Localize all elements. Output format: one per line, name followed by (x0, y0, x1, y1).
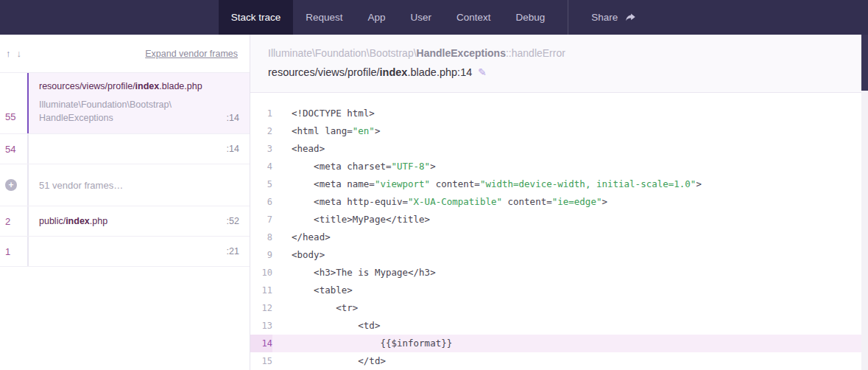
code-text: <meta http-equiv="X-UA-Compatible" conte… (272, 193, 607, 211)
frame-row-1[interactable]: 1 :21 (0, 237, 250, 267)
prev-frame-arrow-icon[interactable]: ↑ (3, 48, 14, 59)
code-line-8: 8</head> (250, 228, 868, 246)
frame-number: 54 (0, 134, 27, 164)
frame-file-suffix: .blade.php (159, 81, 202, 91)
tab-context[interactable]: Context (444, 0, 504, 35)
file-ext: .blade.php (407, 66, 457, 78)
share-icon (624, 12, 637, 23)
line-number: 7 (250, 211, 272, 228)
code-line-15: 15 </td> (250, 352, 868, 370)
code-text: </td> (272, 352, 386, 370)
code-line-9: 9<body> (250, 246, 868, 264)
code-text: <h3>The is Mypage</h3> (272, 264, 436, 282)
main-panel: Illuminate\Foundation\Bootstrap\HandleEx… (250, 35, 868, 370)
tab-request[interactable]: Request (293, 0, 355, 35)
frame-file-prefix: public/ (39, 216, 66, 226)
frame-line-number: :21 (227, 246, 239, 256)
code-text: <html lang="en"> (272, 122, 380, 140)
code-line-3: 3<head> (250, 140, 868, 158)
exception-method: ::handleError (506, 47, 565, 59)
code-line-1: 1<!DOCTYPE html> (250, 105, 868, 122)
frame-class-namespace: Illuminate\Foundation\Bootstrap\ (39, 98, 239, 111)
main-header: Illuminate\Foundation\Bootstrap\HandleEx… (250, 35, 868, 78)
frame-file-basename: index (135, 81, 160, 91)
frame-class: Illuminate\Foundation\Bootstrap\ HandleE… (39, 98, 239, 125)
code-line-4: 4 <meta charset="UTF-8"> (250, 158, 868, 175)
code-text: </head> (272, 228, 331, 246)
ignition-error-page: Stack trace Request App User Context Deb… (0, 0, 868, 370)
code-text: <tr> (272, 299, 358, 317)
code-line-7: 7 <title>MyPage</title> (250, 211, 868, 228)
frame-file-prefix: resources/views/profile/ (39, 81, 135, 91)
share-button[interactable]: Share (579, 0, 649, 35)
line-number: 14 (250, 335, 272, 352)
line-number: 8 (250, 228, 272, 246)
frame-body: :14 (27, 134, 250, 164)
expand-vendor-frames-link[interactable]: Expand vendor frames (145, 49, 238, 59)
frame-file-path: resources/views/profile/index.blade.php (39, 81, 239, 91)
tab-debug[interactable]: Debug (504, 0, 558, 35)
frame-body: resources/views/profile/index.blade.php … (27, 73, 250, 133)
edit-pencil-icon[interactable]: ✎ (478, 66, 487, 78)
code-text: <td> (272, 317, 380, 335)
nav-divider (568, 0, 568, 35)
code-line-10: 10 <h3>The is Mypage</h3> (250, 264, 868, 282)
code-viewer: 1<!DOCTYPE html>2<html lang="en">3<head>… (250, 92, 868, 370)
code-text: <!DOCTYPE html> (272, 105, 375, 122)
line-number: 2 (250, 122, 272, 140)
exception-namespace: Illuminate\Foundation\Bootstrap\ (268, 47, 417, 59)
code-text: <body> (272, 246, 325, 264)
expand-plus-icon[interactable]: + (5, 179, 17, 191)
line-number: 6 (250, 193, 272, 211)
code-line-6: 6 <meta http-equiv="X-UA-Compatible" con… (250, 193, 868, 211)
nav-tabs: Stack trace Request App User Context Deb… (219, 0, 650, 35)
tab-app[interactable]: App (355, 0, 398, 35)
line-number: 4 (250, 158, 272, 175)
code-line-5: 5 <meta name="viewport" content="width=d… (250, 175, 868, 193)
file-line-number: :14 (457, 66, 472, 78)
line-number: 3 (250, 140, 272, 158)
frame-line-number: :14 (227, 144, 239, 154)
code-text: <title>MyPage</title> (272, 211, 430, 228)
share-label: Share (591, 12, 618, 23)
code-text: <meta charset="UTF-8"> (272, 158, 436, 175)
next-frame-arrow-icon[interactable]: ↓ (14, 48, 25, 59)
exception-class-line: Illuminate\Foundation\Bootstrap\HandleEx… (268, 47, 850, 59)
code-text: <head> (272, 140, 325, 158)
file-dir: resources/views/profile/ (268, 66, 380, 78)
tab-user[interactable]: User (398, 0, 444, 35)
frame-number: + (0, 164, 27, 206)
frame-file-path: public/index.php (39, 216, 107, 226)
frame-class-name: HandleExceptions (39, 111, 113, 125)
vendor-frames-row[interactable]: + 51 vendor frames… (0, 164, 250, 206)
line-number: 1 (250, 105, 272, 122)
scrollbar-thumb[interactable] (861, 35, 868, 91)
scrollbar-track[interactable] (861, 35, 868, 370)
code-line-14: 14 {{$informat}} (250, 335, 868, 352)
file-basename: index (380, 66, 408, 78)
frame-row-2[interactable]: 2 public/index.php :52 (0, 206, 250, 237)
code-line-11: 11 <table> (250, 282, 868, 299)
frame-body: 51 vendor frames… (27, 164, 250, 206)
file-path-line: resources/views/profile/index.blade.php:… (268, 66, 850, 78)
line-number: 11 (250, 282, 272, 299)
tab-stack-trace[interactable]: Stack trace (219, 0, 294, 35)
line-number: 5 (250, 175, 272, 193)
stack-trace-sidebar: ↑ ↓ Expand vendor frames 55 resources/vi… (0, 35, 250, 370)
code-line-2: 2<html lang="en"> (250, 122, 868, 140)
exception-class-name: HandleExceptions (417, 47, 506, 59)
frame-row-55[interactable]: 55 resources/views/profile/index.blade.p… (0, 73, 250, 134)
frame-line-number: :14 (227, 111, 239, 125)
code-line-12: 12 <tr> (250, 299, 868, 317)
frames-list: 55 resources/views/profile/index.blade.p… (0, 73, 250, 267)
frame-file-basename: index (66, 216, 90, 226)
code-text: <table> (272, 282, 353, 299)
sidebar-header: ↑ ↓ Expand vendor frames (0, 35, 250, 73)
frame-number: 1 (0, 237, 27, 266)
frame-row-54[interactable]: 54 :14 (0, 134, 250, 164)
frame-file-suffix: .php (90, 216, 107, 226)
line-number: 10 (250, 264, 272, 282)
line-number: 15 (250, 352, 272, 370)
code-text: {{$informat}} (272, 335, 452, 352)
vendor-frames-label: 51 vendor frames… (39, 180, 123, 191)
